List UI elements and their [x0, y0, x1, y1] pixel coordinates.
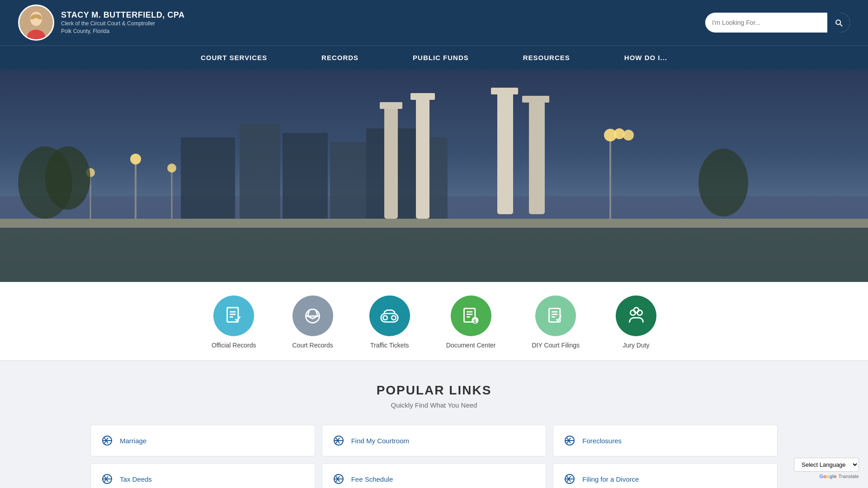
document-center-circle: $ — [451, 296, 491, 336]
quick-link-document-center[interactable]: $ Document Center — [446, 296, 496, 349]
svg-rect-13 — [384, 106, 398, 219]
svg-rect-7 — [181, 137, 235, 219]
popular-link-marriage[interactable]: Marriage — [90, 425, 315, 456]
popular-links-grid: Marriage Find My Courtroom — [90, 425, 778, 488]
fee-schedule-label: Fee Schedule — [351, 475, 393, 483]
svg-point-30 — [623, 130, 634, 141]
popular-links-subtitle: Quickly Find What You Need — [90, 401, 778, 409]
avatar — [18, 5, 54, 41]
brand-subtitle-line2: Polk County, Florida — [61, 28, 185, 35]
popular-link-find-courtroom[interactable]: Find My Courtroom — [322, 425, 547, 456]
diy-court-filings-label: DIY Court Filings — [532, 342, 580, 349]
tax-deeds-icon — [100, 472, 114, 486]
marriage-label: Marriage — [120, 437, 146, 445]
divorce-icon — [562, 472, 577, 486]
quick-links: Official Records Court Records Traffic T… — [0, 282, 868, 361]
svg-point-43 — [383, 315, 387, 319]
quick-link-court-records[interactable]: Court Records — [292, 296, 333, 349]
quick-link-diy-court-filings[interactable]: DIY Court Filings — [532, 296, 580, 349]
foreclosures-icon — [562, 433, 577, 448]
svg-rect-14 — [416, 97, 429, 219]
translate-bar: Select Language Google Translate — [794, 458, 859, 479]
diy-court-filings-circle — [535, 296, 576, 336]
find-courtroom-icon — [331, 433, 346, 448]
document-center-icon: $ — [461, 306, 481, 326]
tax-deeds-label: Tax Deeds — [120, 475, 152, 483]
document-center-label: Document Center — [446, 342, 496, 349]
brand-subtitle-line1: Clerk of the Circuit Court & Comptroller — [61, 20, 185, 28]
svg-point-44 — [392, 315, 396, 319]
find-courtroom-label: Find My Courtroom — [351, 437, 409, 445]
traffic-tickets-circle — [369, 296, 410, 336]
diy-court-filings-icon — [546, 306, 566, 326]
nav-public-funds[interactable]: PUBLIC FUNDS — [386, 46, 496, 70]
court-records-label: Court Records — [292, 342, 333, 349]
popular-link-divorce[interactable]: Filing for a Divorce — [553, 463, 778, 488]
quick-link-official-records[interactable]: Official Records — [212, 296, 256, 349]
divorce-label: Filing for a Divorce — [582, 475, 639, 483]
popular-link-tax-deeds[interactable]: Tax Deeds — [90, 463, 315, 488]
svg-text:$: $ — [473, 318, 476, 324]
svg-rect-9 — [283, 133, 328, 219]
google-translate: Google Translate — [820, 474, 859, 479]
brand: STACY M. BUTTERFIELD, CPA Clerk of the C… — [18, 5, 185, 41]
fee-schedule-icon — [331, 472, 346, 486]
official-records-icon — [224, 306, 244, 326]
court-records-circle — [292, 296, 333, 336]
search-bar — [705, 13, 850, 33]
popular-links-section: POPULAR LINKS Quickly Find What You Need… — [0, 361, 868, 488]
popular-link-foreclosures[interactable]: Foreclosures — [553, 425, 778, 456]
nav-court-services[interactable]: COURT SERVICES — [174, 46, 294, 70]
svg-rect-8 — [240, 124, 280, 219]
nav-records[interactable]: RECORDS — [294, 46, 386, 70]
header: STACY M. BUTTERFIELD, CPA Clerk of the C… — [0, 0, 868, 45]
translate-word: Translate — [839, 474, 859, 479]
svg-point-33 — [698, 149, 748, 216]
jury-duty-icon — [626, 306, 646, 326]
search-icon — [834, 18, 843, 27]
svg-rect-34 — [0, 219, 868, 282]
official-records-label: Official Records — [212, 342, 256, 349]
svg-point-32 — [45, 146, 90, 210]
svg-rect-17 — [380, 102, 402, 109]
svg-point-24 — [167, 164, 176, 173]
svg-rect-20 — [522, 96, 549, 103]
main-nav: COURT SERVICES RECORDS PUBLIC FUNDS RESO… — [0, 45, 868, 70]
svg-rect-15 — [497, 92, 513, 214]
svg-rect-18 — [410, 93, 435, 100]
svg-point-22 — [130, 154, 141, 164]
svg-rect-10 — [330, 142, 366, 219]
brand-name: STACY M. BUTTERFIELD, CPA — [61, 10, 185, 20]
quick-link-jury-duty[interactable]: Jury Duty — [616, 296, 656, 349]
search-button[interactable] — [827, 13, 850, 33]
jury-duty-circle — [616, 296, 656, 336]
svg-rect-16 — [529, 101, 545, 214]
court-records-icon — [302, 306, 323, 326]
language-select[interactable]: Select Language — [794, 458, 859, 472]
search-input[interactable] — [705, 19, 827, 26]
svg-rect-19 — [491, 88, 518, 94]
hero-image — [0, 70, 868, 282]
brand-text: STACY M. BUTTERFIELD, CPA Clerk of the C… — [61, 10, 185, 35]
nav-how-do-i[interactable]: HOW DO I... — [597, 46, 694, 70]
svg-rect-35 — [0, 219, 868, 228]
traffic-tickets-icon — [379, 306, 400, 326]
quick-link-traffic-tickets[interactable]: Traffic Tickets — [369, 296, 410, 349]
popular-link-fee-schedule[interactable]: Fee Schedule — [322, 463, 547, 488]
nav-resources[interactable]: RESOURCES — [496, 46, 597, 70]
popular-links-title: POPULAR LINKS — [90, 383, 778, 398]
google-logo: Google — [820, 474, 837, 479]
foreclosures-label: Foreclosures — [582, 437, 622, 445]
jury-duty-label: Jury Duty — [623, 342, 649, 349]
svg-point-4 — [33, 18, 38, 21]
marriage-icon — [100, 433, 114, 448]
official-records-circle — [213, 296, 254, 336]
traffic-tickets-label: Traffic Tickets — [370, 342, 409, 349]
